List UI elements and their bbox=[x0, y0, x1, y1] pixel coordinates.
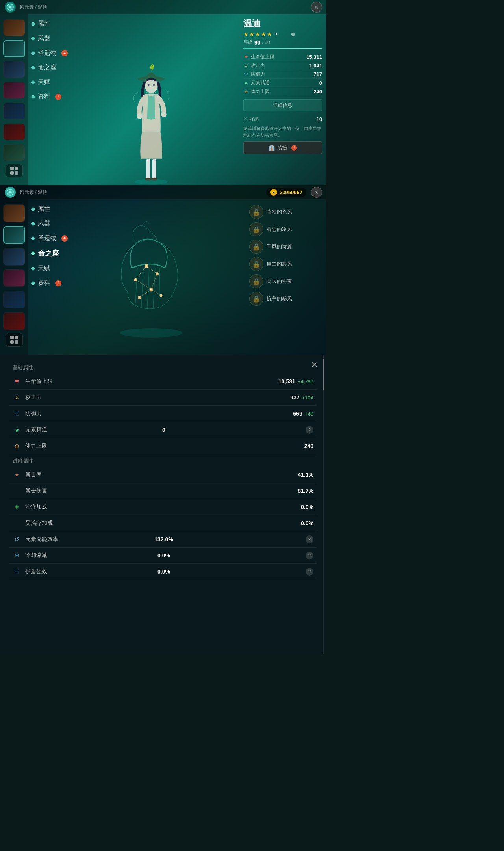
favor-icon: ♡ bbox=[243, 117, 248, 122]
em-icon: ◈ bbox=[243, 80, 249, 86]
grid-view-button-mid[interactable] bbox=[6, 333, 23, 347]
avatar-item[interactable] bbox=[3, 82, 25, 99]
grid-icon bbox=[10, 336, 18, 344]
stat-val-stamina: 240 bbox=[304, 443, 313, 449]
stat-value-hp: 15,311 bbox=[306, 54, 322, 60]
nav-label: 武器 bbox=[38, 34, 50, 43]
nav-label: 资料 bbox=[38, 93, 50, 101]
avatar-item[interactable] bbox=[3, 61, 25, 78]
nav-diamond-icon bbox=[31, 251, 35, 255]
avatar-item[interactable] bbox=[3, 269, 25, 287]
stamina-icon: ⊕ bbox=[243, 89, 249, 95]
constellation-item-3[interactable]: 🔒 千风的诗篇 bbox=[249, 240, 322, 254]
stats-row-critdmg: 暴击伤害 81.7% bbox=[9, 483, 317, 499]
svg-point-33 bbox=[135, 279, 136, 281]
nav-label: 资料 bbox=[38, 279, 50, 287]
constellation-name-5: 高天的协奏 bbox=[267, 278, 292, 285]
nav-diamond-icon bbox=[31, 36, 35, 41]
avatar-item[interactable] bbox=[3, 19, 25, 36]
outfit-notification-badge: ! bbox=[291, 145, 297, 151]
top-bar-constellation: 风元素 / 温迪 ● 20959967 ✕ bbox=[0, 185, 326, 199]
close-button[interactable]: ✕ bbox=[311, 2, 322, 13]
stat-label-critdmg: 暴击伤害 bbox=[25, 487, 298, 494]
svg-point-2 bbox=[151, 66, 154, 70]
stat-value-em: 0 bbox=[319, 80, 322, 86]
coin-icon: ● bbox=[270, 189, 277, 196]
character-model-area bbox=[55, 14, 247, 185]
scrollbar-thumb[interactable] bbox=[323, 359, 324, 390]
avatar-item[interactable] bbox=[3, 248, 25, 266]
stat-val-er: 132.0% bbox=[154, 536, 173, 543]
constellation-diagram-area bbox=[55, 205, 247, 347]
nav-diamond-icon bbox=[31, 221, 35, 226]
lock-icon: 🔒 bbox=[252, 243, 260, 251]
avatar-sidebar-mid bbox=[0, 199, 28, 355]
avatar-item[interactable] bbox=[3, 204, 25, 222]
stat-value-def: 717 bbox=[313, 71, 322, 77]
stats-close-button[interactable]: ✕ bbox=[309, 359, 320, 370]
svg-point-31 bbox=[146, 265, 147, 267]
breadcrumb: 风元素 / 温迪 bbox=[20, 4, 47, 11]
avatar-item-active[interactable] bbox=[3, 226, 25, 244]
outfit-label: 装扮 bbox=[277, 144, 287, 151]
constellation-item-2[interactable]: 🔒 眷恋的冷风 bbox=[249, 222, 322, 236]
avatar-item-active[interactable] bbox=[3, 40, 25, 57]
nav-label: 天赋 bbox=[38, 78, 50, 86]
scrollbar-track[interactable] bbox=[323, 355, 324, 654]
detail-info-button[interactable]: 详细信息 bbox=[243, 99, 322, 111]
stat-label-em: ◈ 元素精通 bbox=[243, 80, 270, 86]
lock-icon: 🔒 bbox=[252, 226, 260, 233]
nav-diamond-icon bbox=[31, 266, 35, 271]
stat-def: 🛡 防御力 717 bbox=[243, 70, 322, 79]
app-logo bbox=[5, 2, 16, 13]
nav-label: 命之座 bbox=[38, 63, 57, 72]
stat-label-stamina: ⊕ 体力上限 bbox=[243, 88, 270, 95]
stat-val-critdmg: 81.7% bbox=[298, 488, 313, 494]
close-button-mid[interactable]: ✕ bbox=[311, 187, 322, 198]
avatar-item[interactable] bbox=[3, 144, 25, 161]
svg-line-16 bbox=[147, 268, 149, 309]
character-figure bbox=[96, 59, 206, 185]
nav-label: 天赋 bbox=[38, 264, 50, 273]
stat-label-def: 🛡 防御力 bbox=[243, 71, 265, 78]
avatar-item[interactable] bbox=[3, 124, 25, 141]
nav-label: 属性 bbox=[38, 20, 50, 28]
help-button-shield[interactable]: ? bbox=[306, 568, 313, 576]
level-row: 等级 90 / 90 bbox=[243, 39, 322, 46]
stat-val-shield: 0.0% bbox=[158, 569, 170, 575]
stat-label-inhealing: 受治疗加成 bbox=[25, 520, 301, 527]
avatar-item[interactable] bbox=[3, 291, 25, 308]
constellation-section: 风元素 / 温迪 ● 20959967 ✕ bbox=[0, 185, 326, 355]
grid-view-button[interactable] bbox=[6, 164, 23, 177]
stat-em: ◈ 元素精通 0 bbox=[243, 79, 322, 87]
constellation-item-4[interactable]: 🔒 自由的凛风 bbox=[249, 257, 322, 271]
help-button-cd[interactable]: ? bbox=[306, 552, 313, 559]
constellation-lock-2: 🔒 bbox=[249, 222, 263, 236]
atk-icon: ⚔ bbox=[13, 393, 21, 402]
nav-diamond-icon bbox=[31, 22, 35, 26]
cd-icon: ❄ bbox=[13, 551, 21, 560]
breadcrumb-mid: 风元素 / 温迪 bbox=[20, 189, 47, 196]
star-row: ★ ★ ★ ★ ★ ✦ ⬟ bbox=[243, 31, 322, 37]
avatar-item[interactable] bbox=[3, 312, 25, 330]
stat-label-def: 防御力 bbox=[25, 410, 293, 417]
svg-line-25 bbox=[146, 266, 157, 274]
help-button-er[interactable]: ? bbox=[306, 535, 313, 543]
constellation-lock-5: 🔒 bbox=[249, 274, 263, 288]
top-bar: 风元素 / 温迪 ✕ bbox=[0, 0, 326, 14]
avatar-item[interactable] bbox=[3, 103, 25, 120]
constellation-lock-3: 🔒 bbox=[249, 240, 263, 254]
stat-val-inhealing: 0.0% bbox=[301, 520, 313, 526]
help-button-em[interactable]: ? bbox=[306, 426, 313, 434]
stats-row-em: ◈ 元素精通 0 ? bbox=[9, 422, 317, 438]
ascension-icon: ⬟ bbox=[291, 32, 295, 37]
stat-val-healing: 0.0% bbox=[301, 504, 313, 510]
svg-line-17 bbox=[153, 268, 155, 308]
constellation-item-5[interactable]: 🔒 高天的协奏 bbox=[249, 274, 322, 288]
constellation-item-1[interactable]: 🔒 弦发的苍风 bbox=[249, 205, 322, 219]
character-section: 风元素 / 温迪 ✕ bbox=[0, 0, 326, 185]
outfit-button[interactable]: 👔 装扮 ! bbox=[243, 141, 322, 154]
constellation-name-1: 弦发的苍风 bbox=[267, 208, 292, 216]
stat-label-critrate: 暴击率 bbox=[25, 471, 298, 478]
constellation-item-6[interactable]: 🔒 抗争的暴风 bbox=[249, 292, 322, 306]
